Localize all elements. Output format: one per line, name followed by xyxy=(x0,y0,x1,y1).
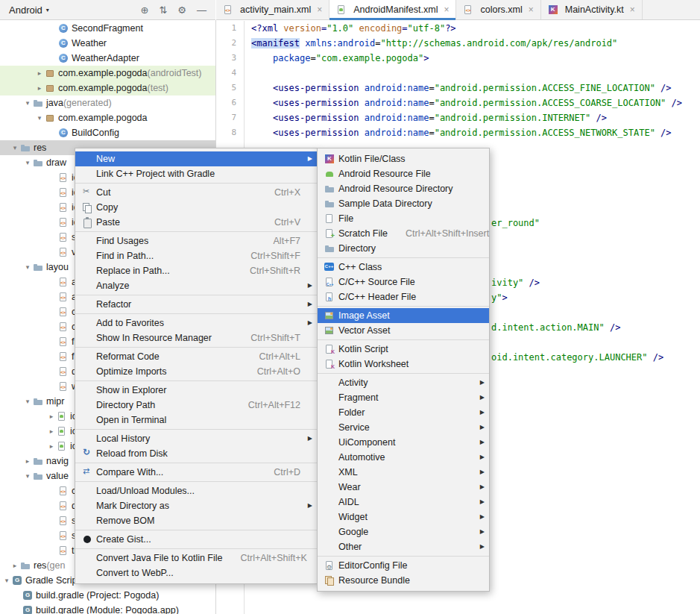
chevron-open-icon[interactable]: ▾ xyxy=(10,145,20,151)
submenu-item-fragment[interactable]: Fragment▶ xyxy=(318,390,489,405)
context-menu-item-remove-bom[interactable]: Remove BOM xyxy=(75,513,317,528)
submenu-item-c-c-header-file[interactable]: C/C++ Header File xyxy=(318,289,489,304)
close-icon[interactable]: × xyxy=(317,5,322,14)
tree-item-build-gradle-module-pogoda-app[interactable]: build.gradle (Module: Pogoda.app) xyxy=(0,603,215,614)
submenu-item-editorconfig-file[interactable]: EditorConfig File xyxy=(318,558,489,573)
editor-line[interactable]: 5 <uses-permission android:name="android… xyxy=(216,81,700,95)
chevron-open-icon[interactable]: ▾ xyxy=(1,577,12,584)
project-view-selector[interactable]: Android xyxy=(9,4,42,16)
chevron-closed-icon[interactable]: ▸ xyxy=(34,85,45,92)
context-menu-item-find-in-path[interactable]: Find in Path...Ctrl+Shift+F xyxy=(75,248,317,263)
tree-item-java[interactable]: ▾java (generated) xyxy=(0,95,215,110)
submenu-item-service[interactable]: Service▶ xyxy=(318,420,489,435)
context-menu-item-optimize-imports[interactable]: Optimize ImportsCtrl+Alt+O xyxy=(75,364,317,379)
tree-item-weatheradapter[interactable]: WeatherAdapter xyxy=(0,51,215,66)
settings-icon[interactable]: ⚙ xyxy=(177,5,186,15)
tab-mainactivity-kt[interactable]: MainActivity.kt× xyxy=(541,0,643,19)
submenu-item-google[interactable]: Google▶ xyxy=(318,524,489,539)
context-menu-item-directory-path[interactable]: Directory PathCtrl+Alt+F12 xyxy=(75,398,317,413)
submenu-item-resource-bundle[interactable]: Resource Bundle xyxy=(318,573,489,588)
context-menu-item-convert-to-webp[interactable]: Convert to WebP... xyxy=(75,566,317,580)
context-menu-item-show-in-resource-manager[interactable]: Show In Resource ManagerCtrl+Shift+T xyxy=(75,331,317,345)
tab-activity-main-xml[interactable]: activity_main.xml× xyxy=(216,0,329,19)
context-menu-item-link-c-project-with-gradle[interactable]: Link C++ Project with Gradle xyxy=(75,166,317,181)
close-icon[interactable]: × xyxy=(444,5,449,14)
code-fragment[interactable]: ivity" /> xyxy=(491,275,540,290)
context-menu-item-compare-with[interactable]: Compare With...Ctrl+D xyxy=(75,465,317,480)
context-menu-item-mark-directory-as[interactable]: Mark Directory as▶ xyxy=(75,498,317,513)
collapse-all-icon[interactable]: ⇅ xyxy=(159,5,167,15)
close-icon[interactable]: × xyxy=(529,5,534,14)
submenu-item-uicomponent[interactable]: UiComponent▶ xyxy=(318,435,489,450)
code-fragment[interactable]: er_round" xyxy=(491,216,540,231)
submenu-item-activity[interactable]: Activity▶ xyxy=(318,375,489,390)
tab-colors-xml[interactable]: colors.xml× xyxy=(456,0,540,19)
context-menu-item-cut[interactable]: CutCtrl+X xyxy=(75,185,317,200)
chevron-closed-icon[interactable]: ▸ xyxy=(46,428,57,435)
chevron-closed-icon[interactable]: ▸ xyxy=(34,70,45,77)
editor-line[interactable]: 8 <uses-permission android:name="android… xyxy=(216,125,700,140)
submenu-item-image-asset[interactable]: Image Asset xyxy=(318,308,489,323)
code-line[interactable]: <uses-permission android:name="android.p… xyxy=(245,95,682,110)
code-line[interactable]: <?xml version="1.0" encoding="utf-8"?> xyxy=(245,21,456,36)
tree-item-com-example-pogoda[interactable]: ▾com.example.pogoda xyxy=(0,110,215,125)
context-menu-item-local-history[interactable]: Local History▶ xyxy=(75,431,317,446)
context-menu-item-find-usages[interactable]: Find UsagesAlt+F7 xyxy=(75,234,317,248)
chevron-open-icon[interactable]: ▾ xyxy=(34,115,45,122)
editor-line[interactable]: 7 <uses-permission android:name="android… xyxy=(216,110,700,125)
chevron-open-icon[interactable]: ▾ xyxy=(22,100,33,107)
close-icon[interactable]: × xyxy=(630,5,635,14)
code-line[interactable]: <manifest xmlns:android="http://schemas.… xyxy=(245,36,617,51)
context-menu-item-reformat-code[interactable]: Reformat CodeCtrl+Alt+L xyxy=(75,349,317,364)
editor-line[interactable]: 2<manifest xmlns:android="http://schemas… xyxy=(216,36,700,51)
code-fragment[interactable]: oid.intent.category.LAUNCHER" /> xyxy=(491,350,663,365)
tree-item-buildconfig[interactable]: BuildConfig xyxy=(0,125,215,140)
code-line[interactable]: <uses-permission android:name="android.p… xyxy=(245,125,672,140)
submenu-item-xml[interactable]: XML▶ xyxy=(318,465,489,480)
tree-item-com-example-pogoda[interactable]: ▸com.example.pogoda (androidTest) xyxy=(0,66,215,81)
context-menu-item-copy[interactable]: Copy xyxy=(75,200,317,215)
context-menu-item-analyze[interactable]: Analyze▶ xyxy=(75,278,317,293)
code-line[interactable] xyxy=(245,66,251,81)
code-fragment[interactable]: d.intent.action.MAIN" /> xyxy=(491,320,620,335)
submenu-item-directory[interactable]: Directory xyxy=(318,241,489,256)
editor-line[interactable]: 4 xyxy=(216,66,700,81)
editor-line[interactable]: 1<?xml version="1.0" encoding="utf-8"?> xyxy=(216,21,700,36)
submenu-item-automotive[interactable]: Automotive▶ xyxy=(318,450,489,465)
context-menu-item-reload-from-disk[interactable]: Reload from Disk xyxy=(75,446,317,461)
code-line[interactable]: package="com.example.pogoda"> xyxy=(245,51,429,66)
tree-item-com-example-pogoda[interactable]: ▸com.example.pogoda (test) xyxy=(0,81,215,95)
locate-icon[interactable]: ⊕ xyxy=(141,5,149,15)
submenu-item-sample-data-directory[interactable]: Sample Data Directory xyxy=(318,196,489,211)
chevron-closed-icon[interactable]: ▸ xyxy=(10,563,20,569)
submenu-item-vector-asset[interactable]: Vector Asset xyxy=(318,323,489,338)
context-menu-item-open-in-terminal[interactable]: Open in Terminal xyxy=(75,413,317,427)
context-menu-item-convert-java-file-to-kotlin-file[interactable]: Convert Java File to Kotlin FileCtrl+Alt… xyxy=(75,551,317,566)
code-fragment[interactable]: y"> xyxy=(491,290,508,305)
hide-icon[interactable]: — xyxy=(197,5,206,15)
editor-line[interactable]: 6 <uses-permission android:name="android… xyxy=(216,95,700,110)
chevron-open-icon[interactable]: ▾ xyxy=(22,264,33,271)
chevron-open-icon[interactable]: ▾ xyxy=(22,398,33,405)
submenu-item-aidl[interactable]: AIDL▶ xyxy=(318,495,489,510)
context-menu-item-new[interactable]: New▶ xyxy=(75,151,317,166)
context-menu-item-add-to-favorites[interactable]: Add to Favorites▶ xyxy=(75,316,317,331)
submenu-item-kotlin-file-class[interactable]: Kotlin File/Class xyxy=(318,151,489,166)
submenu-item-android-resource-directory[interactable]: Android Resource Directory xyxy=(318,181,489,196)
tree-item-weather[interactable]: Weather xyxy=(0,36,215,51)
context-menu-item-create-gist[interactable]: Create Gist... xyxy=(75,532,317,547)
submenu-item-widget[interactable]: Widget▶ xyxy=(318,510,489,524)
chevron-closed-icon[interactable]: ▸ xyxy=(46,413,57,420)
submenu-item-file[interactable]: File xyxy=(318,211,489,226)
code-line[interactable]: <uses-permission android:name="android.p… xyxy=(245,110,607,125)
context-menu-item-paste[interactable]: PasteCtrl+V xyxy=(75,215,317,230)
editor-line[interactable]: 3 package="com.example.pogoda"> xyxy=(216,51,700,66)
tree-item-secondfragment[interactable]: SecondFragment xyxy=(0,21,215,36)
context-menu-item-show-in-explorer[interactable]: Show in Explorer xyxy=(75,383,317,398)
tree-item-build-gradle-project-pogoda[interactable]: build.gradle (Project: Pogoda) xyxy=(0,588,215,603)
submenu-item-c-c-source-file[interactable]: C/C++ Source File xyxy=(318,275,489,289)
submenu-item-c-class[interactable]: C++ Class xyxy=(318,260,489,275)
context-menu-item-refactor[interactable]: Refactor▶ xyxy=(75,297,317,312)
chevron-closed-icon[interactable]: ▸ xyxy=(22,458,33,465)
tab-androidmanifest-xml[interactable]: AndroidManifest.xml× xyxy=(329,0,456,19)
